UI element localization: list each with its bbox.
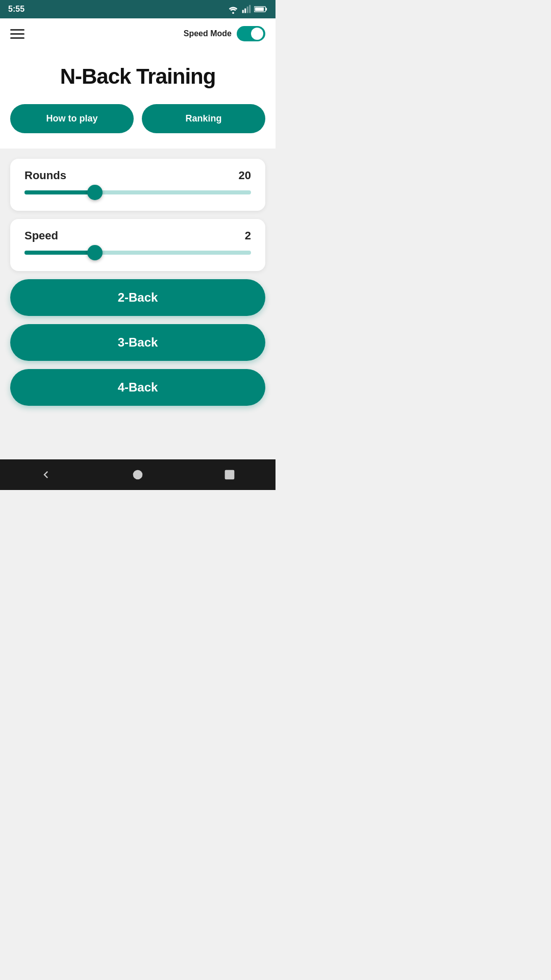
speed-label: Speed (24, 229, 58, 242)
speed-slider-header: Speed 2 (24, 229, 251, 242)
svg-rect-4 (249, 5, 251, 13)
svg-rect-9 (225, 470, 235, 480)
rounds-slider-card: Rounds 20 (10, 159, 265, 211)
speed-slider-fill (24, 251, 95, 255)
rounds-slider-thumb[interactable] (87, 185, 103, 200)
recents-nav-button[interactable] (217, 462, 242, 487)
battery-icon (254, 5, 267, 13)
nav-bar (0, 459, 276, 490)
speed-slider-card: Speed 2 (10, 219, 265, 271)
app-bar: Speed Mode (0, 18, 276, 49)
speed-slider-thumb[interactable] (87, 245, 103, 260)
speed-slider-track[interactable] (24, 251, 251, 255)
header-card: N-Back Training How to play Ranking (0, 49, 276, 149)
rounds-value: 20 (239, 169, 251, 182)
2back-button[interactable]: 2-Back (10, 279, 265, 316)
3back-button[interactable]: 3-Back (10, 324, 265, 361)
rounds-slider-fill (24, 190, 95, 194)
rounds-slider-header: Rounds 20 (24, 169, 251, 182)
svg-rect-7 (255, 8, 264, 11)
speed-value: 2 (245, 229, 251, 242)
home-nav-button[interactable] (126, 462, 150, 487)
svg-rect-2 (244, 9, 246, 13)
svg-point-8 (133, 470, 143, 480)
speed-mode-container: Speed Mode (184, 26, 265, 41)
recents-nav-icon (222, 468, 237, 482)
how-to-play-button[interactable]: How to play (10, 104, 134, 133)
speed-mode-label: Speed Mode (184, 29, 232, 38)
speed-mode-toggle[interactable] (237, 26, 265, 41)
svg-rect-1 (242, 10, 244, 13)
back-nav-icon (39, 468, 53, 482)
svg-point-0 (232, 12, 234, 14)
header-buttons: How to play Ranking (10, 104, 265, 133)
svg-rect-6 (266, 8, 267, 10)
home-nav-icon (131, 468, 145, 482)
wifi-icon (228, 5, 239, 14)
ranking-button[interactable]: Ranking (142, 104, 265, 133)
status-bar: 5:55 (0, 0, 276, 18)
app-title: N-Back Training (10, 64, 265, 89)
4back-button[interactable]: 4-Back (10, 369, 265, 406)
svg-rect-3 (247, 7, 248, 13)
signal-icon (242, 5, 251, 14)
main-content: Rounds 20 Speed 2 2-Back 3-Back 4-Back 5… (0, 154, 276, 459)
hamburger-menu-button[interactable] (10, 29, 24, 39)
back-nav-button[interactable] (34, 462, 58, 487)
status-icons (228, 5, 267, 14)
rounds-label: Rounds (24, 169, 66, 182)
rounds-slider-track[interactable] (24, 190, 251, 194)
status-time: 5:55 (8, 5, 24, 14)
